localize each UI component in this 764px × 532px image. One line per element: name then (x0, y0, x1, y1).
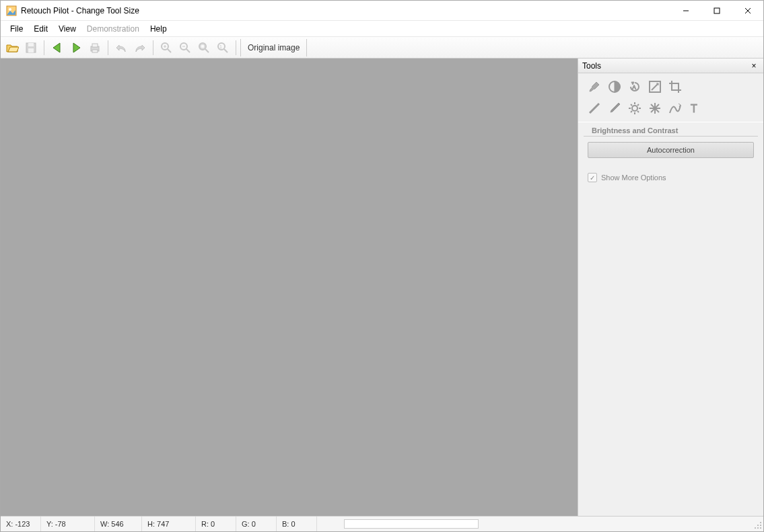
svg-line-17 (186, 49, 190, 52)
curve-tool-icon[interactable] (667, 100, 683, 116)
svg-line-20 (205, 49, 209, 52)
section-brightness-contrast: Brightness and Contrast (584, 122, 758, 137)
svg-rect-3 (714, 8, 720, 13)
zoom-actual-button: 1 (214, 39, 232, 56)
save-button (22, 39, 40, 56)
svg-text:T: T (691, 103, 697, 114)
print-button (86, 39, 104, 56)
tool-row-1: A (578, 73, 763, 98)
toolbar-separator (236, 40, 236, 55)
status-bar: X: -123 Y: -78 W: 546 H: 747 R: 0 G: 0 B… (1, 517, 763, 531)
menu-file[interactable]: File (5, 23, 28, 35)
zoom-out-button (176, 39, 194, 56)
menu-demonstration: Demonstration (81, 23, 145, 35)
resize-grip-icon[interactable] (751, 519, 762, 529)
original-image-button[interactable]: Original image (240, 39, 307, 56)
svg-line-36 (637, 111, 639, 112)
status-b: B: 0 (277, 517, 317, 531)
svg-point-46 (760, 525, 761, 526)
svg-point-1 (9, 8, 11, 11)
svg-rect-11 (92, 50, 98, 52)
tool-row-2: T (578, 98, 763, 122)
svg-line-28 (652, 83, 658, 90)
pencil-tool-icon[interactable] (606, 100, 623, 116)
tools-panel-header: Tools × (578, 59, 763, 73)
toolbar: 1 Original image (1, 37, 763, 59)
svg-point-47 (755, 527, 756, 529)
window-title: Retouch Pilot - Change Tool Size (21, 6, 670, 15)
show-more-options[interactable]: ✓ Show More Options (578, 167, 763, 188)
svg-rect-7 (28, 43, 34, 46)
line-tool-icon[interactable] (586, 100, 602, 116)
app-icon (6, 5, 17, 16)
svg-line-37 (631, 111, 632, 112)
undo-button (112, 39, 130, 56)
autocorrection-button[interactable]: Autocorrection (588, 142, 754, 158)
svg-rect-10 (92, 44, 98, 47)
svg-text:1: 1 (219, 44, 222, 49)
open-button[interactable] (3, 39, 21, 56)
status-r: R: 0 (196, 517, 236, 531)
svg-line-29 (590, 104, 599, 113)
svg-line-23 (224, 49, 228, 52)
text-tool-icon[interactable]: T (687, 100, 703, 116)
svg-rect-8 (28, 48, 34, 52)
svg-point-44 (760, 522, 761, 523)
maximize-button[interactable] (701, 1, 732, 20)
svg-text:A: A (632, 84, 636, 91)
menu-help[interactable]: Help (145, 23, 172, 35)
gear-tool-icon[interactable] (627, 100, 643, 116)
status-x: X: -123 (1, 517, 41, 531)
svg-point-48 (757, 527, 759, 529)
crop-tool-icon[interactable] (667, 79, 683, 95)
show-more-label: Show More Options (601, 174, 666, 182)
window-controls (670, 1, 763, 20)
zoom-in-button (158, 39, 175, 56)
menu-edit[interactable]: Edit (28, 23, 53, 35)
menu-view[interactable]: View (53, 23, 81, 35)
minimize-button[interactable] (670, 1, 701, 20)
title-bar: Retouch Pilot - Change Tool Size (1, 1, 763, 21)
svg-line-38 (637, 104, 639, 106)
svg-point-49 (760, 527, 761, 529)
sparkle-tool-icon[interactable] (647, 100, 663, 116)
status-y: Y: -78 (41, 517, 95, 531)
toolbar-separator (44, 40, 44, 55)
canvas-area[interactable] (1, 59, 578, 516)
zoom-fit-button (195, 39, 213, 56)
rotate-tool-icon[interactable]: A (627, 79, 643, 95)
next-button[interactable] (67, 39, 85, 56)
toolbar-separator (108, 40, 108, 55)
menu-bar: File Edit View Demonstration Help (1, 21, 763, 37)
show-more-checkbox[interactable]: ✓ (588, 173, 597, 182)
svg-rect-21 (201, 44, 205, 48)
status-w: W: 546 (95, 517, 142, 531)
status-progress (344, 519, 479, 529)
svg-point-45 (757, 525, 759, 526)
contrast-tool-icon[interactable] (606, 79, 623, 95)
prev-button[interactable] (48, 39, 66, 56)
svg-line-13 (168, 49, 171, 52)
toolbar-separator (153, 40, 153, 55)
tools-panel: Tools × A T Brightness and Contrast Auto… (578, 59, 763, 516)
brush-tool-icon[interactable] (586, 79, 602, 95)
redo-button (131, 39, 149, 56)
resize-tool-icon[interactable] (647, 79, 663, 95)
close-button[interactable] (732, 1, 763, 20)
tools-panel-close-button[interactable]: × (749, 61, 759, 71)
svg-line-35 (631, 104, 632, 106)
svg-point-30 (632, 106, 637, 111)
status-g: G: 0 (236, 517, 277, 531)
tools-panel-title: Tools (582, 61, 749, 71)
status-h: H: 747 (142, 517, 196, 531)
workspace: Tools × A T Brightness and Contrast Auto… (1, 59, 763, 517)
